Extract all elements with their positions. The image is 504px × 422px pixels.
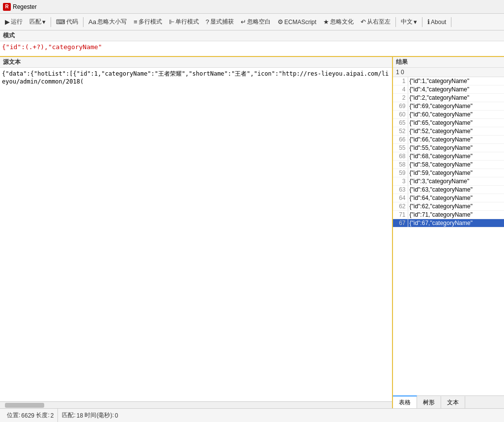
content-area: 源文本 {"data":{"hotList":[{"id":1,"categor… <box>0 57 504 408</box>
pattern-section-label: 模式 <box>0 30 504 41</box>
match-label: 匹配: <box>62 411 75 420</box>
row-number: 62 <box>393 202 408 211</box>
ecmascript-label: ECMAScript <box>284 19 316 26</box>
table-row[interactable]: 4{"id":4,"categoryName" <box>393 85 504 94</box>
separator-2 <box>83 17 84 27</box>
row-number: 66 <box>393 136 408 144</box>
results-table: 1{"id":1,"categoryName"4{"id":4,"categor… <box>393 77 504 395</box>
row-value: {"id":3,"categoryName" <box>408 177 504 186</box>
row-number: 67 <box>393 219 408 227</box>
language-button[interactable]: 中文 ▾ <box>398 16 420 28</box>
display-capture-button[interactable]: ? 显式捕获 <box>203 16 237 28</box>
tab-table[interactable]: 表格 <box>393 395 417 408</box>
row-number: 68 <box>393 152 408 161</box>
table-row[interactable]: 67{"id":67,"categoryName" <box>393 219 504 227</box>
multiline-button[interactable]: ≡ 多行模式 <box>131 16 165 28</box>
row-value: {"id":66,"categoryName" <box>408 136 504 144</box>
display-capture-icon: ? <box>206 18 209 26</box>
row-number: 59 <box>393 169 408 177</box>
rtl-button[interactable]: ↶ 从右至左 <box>358 16 393 28</box>
row-value: {"id":64,"categoryName" <box>408 194 504 202</box>
row-value: {"id":52,"categoryName" <box>408 127 504 136</box>
rtl-label: 从右至左 <box>367 18 391 26</box>
row-number: 2 <box>393 94 408 102</box>
table-row[interactable]: 65{"id":65,"categoryName" <box>393 119 504 127</box>
ecmascript-icon: ⚙ <box>278 18 283 26</box>
match-value: 18 <box>77 412 83 419</box>
table-row[interactable]: 2{"id":2,"categoryName" <box>393 94 504 102</box>
display-capture-label: 显式捕获 <box>210 18 234 26</box>
results-data-table: 1{"id":1,"categoryName"4{"id":4,"categor… <box>393 77 504 227</box>
table-row[interactable]: 64{"id":64,"categoryName" <box>393 194 504 202</box>
run-button[interactable]: ▶ 运行 <box>2 16 26 28</box>
status-bar: 位置: 6629 长度: 2 匹配: 18 时间(毫秒): 0 <box>0 408 504 422</box>
table-row[interactable]: 69{"id":69,"categoryName" <box>393 102 504 111</box>
ignore-case-label: 忽略大小写 <box>97 18 127 26</box>
scrollbar-thumb[interactable] <box>5 403 44 408</box>
length-value: 2 <box>51 412 54 419</box>
table-row[interactable]: 60{"id":60,"categoryName" <box>393 111 504 119</box>
row-value: {"id":67,"categoryName" <box>408 219 504 227</box>
table-row[interactable]: 68{"id":68,"categoryName" <box>393 152 504 161</box>
ignore-whitespace-button[interactable]: ↵ 忽略空白 <box>238 16 274 28</box>
language-chevron-icon: ▾ <box>414 18 417 26</box>
row-value: {"id":68,"categoryName" <box>408 152 504 161</box>
star-icon: ★ <box>323 18 329 26</box>
code-label: 代码 <box>66 18 78 26</box>
table-row[interactable]: 63{"id":63,"categoryName" <box>393 186 504 194</box>
table-row[interactable]: 71{"id":71,"categoryName" <box>393 211 504 219</box>
row-number: 55 <box>393 144 408 152</box>
language-label: 中文 <box>401 18 413 26</box>
table-row[interactable]: 62{"id":62,"categoryName" <box>393 202 504 211</box>
results-panel: 结果 1 0 1{"id":1,"categoryName"4{"id":4,"… <box>393 57 504 408</box>
multiline-label: 多行模式 <box>139 18 162 26</box>
match-button[interactable]: 匹配 ▾ <box>27 16 49 28</box>
ecmascript-button[interactable]: ⚙ ECMAScript <box>275 16 319 28</box>
time-label: 时间(毫秒): <box>84 411 113 420</box>
separator-5 <box>451 17 451 27</box>
tab-tree[interactable]: 树形 <box>417 396 441 408</box>
row-value: {"id":71,"categoryName" <box>408 211 504 219</box>
row-number: 71 <box>393 211 408 219</box>
row-number: 52 <box>393 127 408 136</box>
row-value: {"id":60,"categoryName" <box>408 111 504 119</box>
row-number: 4 <box>393 85 408 94</box>
table-row[interactable]: 58{"id":58,"categoryName" <box>393 161 504 169</box>
table-row[interactable]: 66{"id":66,"categoryName" <box>393 136 504 144</box>
result-count-header: 1 0 <box>393 68 504 77</box>
separator-4 <box>422 17 422 27</box>
about-button[interactable]: ℹ About <box>424 16 449 28</box>
table-row[interactable]: 3{"id":3,"categoryName" <box>393 177 504 186</box>
row-value: {"id":62,"categoryName" <box>408 202 504 211</box>
row-number: 60 <box>393 111 408 119</box>
pattern-input[interactable]: {"id":(.+?),"categoryName" <box>0 41 504 56</box>
tab-text[interactable]: 文本 <box>441 396 465 408</box>
row-number: 65 <box>393 119 408 127</box>
status-match: 匹配: 18 时间(毫秒): 0 <box>58 409 122 422</box>
horizontal-scrollbar[interactable] <box>0 401 392 408</box>
window-title: Regester <box>13 3 37 10</box>
table-row[interactable]: 59{"id":59,"categoryName" <box>393 169 504 177</box>
separator-3 <box>395 17 396 27</box>
match-label: 匹配 <box>29 18 41 26</box>
results-section-label: 结果 <box>393 57 504 68</box>
position-label: 位置: <box>7 411 20 420</box>
ignore-case-icon: Aa <box>88 18 96 26</box>
ignore-culture-button[interactable]: ★ 忽略文化 <box>320 16 357 28</box>
table-row[interactable]: 52{"id":52,"categoryName" <box>393 127 504 136</box>
source-section-label: 源文本 <box>0 57 392 68</box>
toolbar: ▶ 运行 匹配 ▾ ⌨ 代码 Aa 忽略大小写 ≡ 多行模式 ⊩ 单行模式 ? … <box>0 14 504 30</box>
ignore-whitespace-label: 忽略空白 <box>247 18 271 26</box>
play-icon: ▶ <box>5 18 10 26</box>
info-icon: ℹ <box>427 18 430 26</box>
ignore-case-button[interactable]: Aa 忽略大小写 <box>85 16 130 28</box>
row-number: 63 <box>393 186 408 194</box>
source-text-content[interactable]: {"data":{"hotList":[{"id":1,"categoryNam… <box>0 68 392 401</box>
row-value: {"id":58,"categoryName" <box>408 161 504 169</box>
table-row[interactable]: 1{"id":1,"categoryName" <box>393 77 504 85</box>
code-button[interactable]: ⌨ 代码 <box>53 16 81 28</box>
singleline-button[interactable]: ⊩ 单行模式 <box>166 16 202 28</box>
position-value: 6629 <box>21 412 34 419</box>
table-row[interactable]: 55{"id":55,"categoryName" <box>393 144 504 152</box>
row-value: {"id":69,"categoryName" <box>408 102 504 111</box>
